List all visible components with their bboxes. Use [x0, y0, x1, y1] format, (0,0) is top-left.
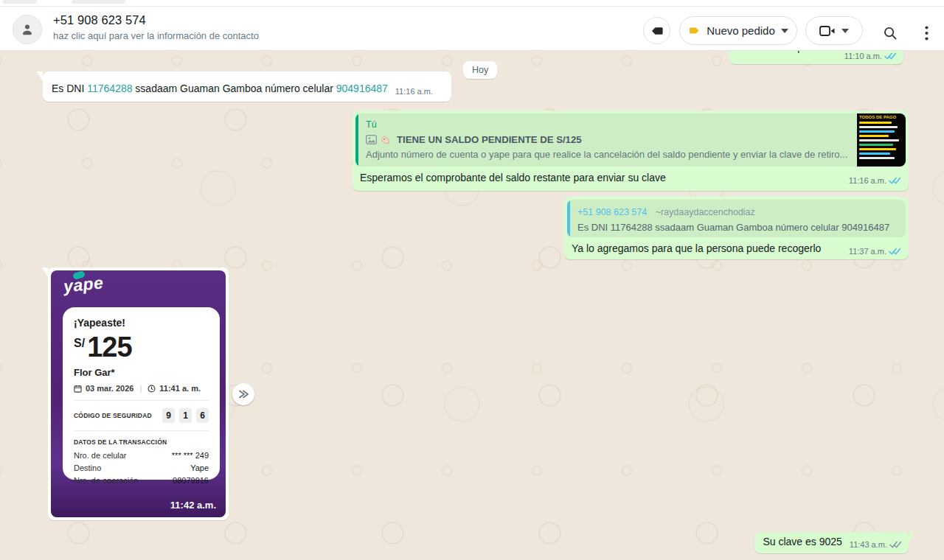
- receipt-row: Nro. de operación 08079916: [74, 476, 209, 485]
- message-outgoing-agregamos[interactable]: +51 908 623 574 ~raydaaydaccenchodiaz Es…: [564, 197, 909, 259]
- thumb-line: [859, 126, 898, 128]
- message-outgoing-partial[interactable]: Si me indica por favor 11:10 a.m.: [729, 51, 903, 64]
- quote-bar: [567, 200, 570, 237]
- date-divider: Hoy: [463, 61, 497, 79]
- receipt-date: 03 mar. 2026: [86, 384, 133, 393]
- thumb-line: [859, 144, 893, 146]
- chevron-down-icon: [841, 29, 849, 33]
- clock-icon: [148, 385, 156, 393]
- thumb-line: [859, 157, 895, 159]
- read-receipt-icon: [889, 248, 901, 256]
- phone-link[interactable]: 904916487: [336, 83, 388, 94]
- message-outgoing-clave[interactable]: Su clave es 9025 11:43 a.m.: [754, 532, 909, 553]
- new-order-button[interactable]: Nuevo pedido: [679, 16, 797, 45]
- security-digit: 1: [179, 408, 192, 423]
- row-label: Nro. de celular: [74, 451, 127, 460]
- receipt-payee: Flor Gar*: [74, 367, 209, 378]
- separator: |: [137, 384, 144, 393]
- message-incoming-receipt[interactable]: yape ¡Yapeaste! S/ 125 Flor Gar* 03 mar.…: [48, 267, 229, 520]
- receipt-row: Destino Yape: [74, 463, 209, 472]
- quoted-message[interactable]: Tú TIENE UN SALDO PENDIENTE DE S/125 Adj…: [355, 113, 906, 167]
- photo-icon: [366, 135, 377, 144]
- kebab-menu-icon: [925, 26, 929, 41]
- top-strip-fragment: [72, 0, 125, 4]
- yape-logo: yape: [63, 273, 105, 297]
- row-label: Nro. de operación: [74, 476, 138, 485]
- whatsapp-chat-window: +51 908 623 574 haz clic aquí para ver l…: [0, 0, 944, 560]
- message-text-part: Es DNI: [52, 83, 87, 94]
- search-icon: [882, 25, 898, 41]
- thumb-line: [859, 122, 892, 124]
- receipt-amount: 125: [87, 334, 131, 360]
- message-text: Es DNI 11764288 ssadaam Guaman Gamboa nú…: [52, 82, 388, 96]
- thumb-line: [859, 148, 896, 150]
- labels-button[interactable]: [643, 17, 670, 44]
- security-code-digits: 9 1 6: [162, 408, 209, 423]
- row-label: Destino: [74, 463, 101, 472]
- video-camera-icon: [819, 25, 836, 37]
- message-time: 11:10 a.m.: [844, 52, 882, 60]
- message-text-part: ssadaam Guaman Gamboa número celular: [132, 83, 336, 94]
- message-text: Su clave es 9025: [763, 535, 841, 549]
- dni-link[interactable]: 11764288: [87, 83, 132, 94]
- message-outgoing-saldo[interactable]: Tú TIENE UN SALDO PENDIENTE DE S/125 Adj…: [353, 111, 909, 191]
- contact-avatar[interactable]: [13, 15, 42, 44]
- message-time: 11:16 a.m.: [849, 176, 886, 185]
- quote-thumbnail-image: TODOS DE PAGO: [857, 113, 906, 167]
- chat-wallpaper: Si me indica por favor 11:10 a.m. Hoy Es…: [0, 51, 944, 560]
- message-time: 11:37 a.m.: [849, 247, 886, 256]
- quote-author: ~raydaaydaccenchodiaz: [656, 207, 755, 217]
- thumb-line: [859, 130, 895, 133]
- read-receipt-icon: [884, 52, 897, 60]
- receipt-row: Nro. de celular *** *** 249: [74, 451, 209, 460]
- top-strip-fragment: [2, 0, 37, 4]
- tag-emoji-icon: [381, 134, 392, 145]
- quote-title: TIENE UN SALDO PENDIENTE DE S/125: [397, 134, 582, 145]
- security-digit: 6: [196, 408, 209, 423]
- receipt-time: 11:41 a. m.: [159, 384, 201, 393]
- order-tag-icon: [688, 24, 701, 37]
- video-call-button[interactable]: [805, 16, 863, 45]
- divider: [74, 430, 209, 431]
- message-text: Ya lo agregamos para que la persona pued…: [572, 242, 821, 256]
- transaction-data-label: DATOS DE LA TRANSACCIÓN: [74, 438, 209, 446]
- contact-subtitle: haz clic aquí para ver la información de…: [53, 30, 259, 41]
- thumbnail-title: TODOS DE PAGO: [859, 115, 903, 119]
- contact-info[interactable]: +51 908 623 574 haz clic aquí para ver l…: [53, 13, 259, 41]
- thumb-line: [859, 135, 889, 137]
- person-icon: [19, 21, 35, 38]
- message-time: 11:42 a.m.: [170, 500, 216, 511]
- contact-name: +51 908 623 574: [53, 13, 259, 27]
- quoted-message[interactable]: +51 908 623 574 ~raydaaydaccenchodiaz Es…: [567, 200, 906, 237]
- date-divider-label: Hoy: [472, 65, 488, 75]
- yape-receipt-image[interactable]: yape ¡Yapeaste! S/ 125 Flor Gar* 03 mar.…: [51, 270, 226, 517]
- quote-sender: Tú: [366, 119, 897, 130]
- menu-button[interactable]: [915, 22, 937, 44]
- thumb-line: [859, 139, 899, 141]
- row-value: Yape: [190, 463, 209, 472]
- security-code-label: CÓDIGO DE SEGURIDAD: [74, 412, 152, 419]
- forward-message-button[interactable]: [232, 383, 254, 405]
- label-tag-icon: [650, 24, 664, 38]
- thumb-line: [859, 153, 890, 155]
- row-value: 08079916: [173, 476, 209, 485]
- receipt-currency: S/: [74, 337, 85, 350]
- read-receipt-icon: [889, 177, 901, 185]
- chevron-down-icon: [781, 29, 788, 33]
- message-time: 11:43 a.m.: [850, 540, 887, 549]
- quote-bar: [355, 113, 358, 167]
- receipt-card: ¡Yapeaste! S/ 125 Flor Gar* 03 mar. 2026…: [63, 307, 220, 480]
- window-top-strip: [0, 0, 944, 7]
- new-order-label: Nuevo pedido: [707, 24, 775, 37]
- forward-arrow-icon: [237, 389, 250, 399]
- search-button[interactable]: [879, 22, 901, 44]
- quote-description: Adjunto número de cuenta o yape para que…: [366, 149, 853, 160]
- quote-text: Es DNI 11764288 ssadaam Guaman Gamboa nú…: [577, 222, 897, 233]
- quote-sender: +51 908 623 574: [577, 207, 647, 217]
- calendar-icon: [74, 385, 82, 393]
- message-time: 11:16 a.m.: [395, 87, 433, 96]
- security-digit: 9: [162, 408, 175, 423]
- message-incoming-dni[interactable]: Es DNI 11764288 ssadaam Guaman Gamboa nú…: [43, 71, 451, 102]
- row-value: *** *** 249: [172, 451, 209, 460]
- chat-header: +51 908 623 574 haz clic aquí para ver l…: [0, 7, 944, 51]
